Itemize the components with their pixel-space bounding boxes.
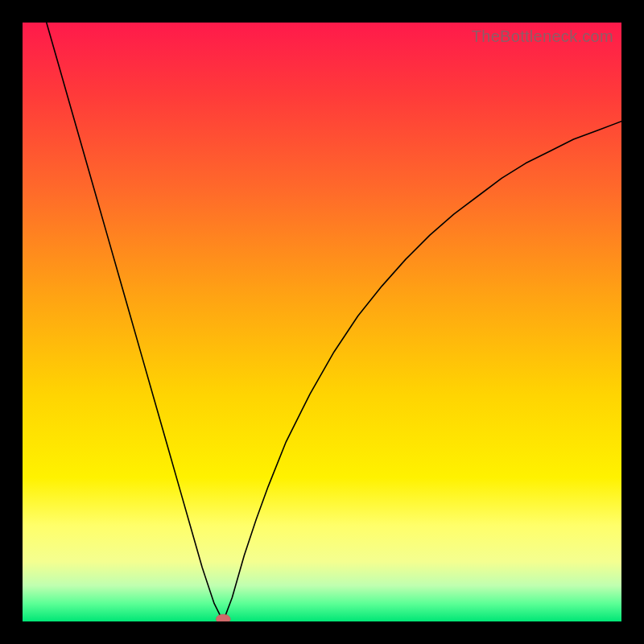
chart-svg [23,23,621,621]
chart-frame: TheBottleneck.com [0,0,644,644]
chart-plot-area: TheBottleneck.com [23,23,621,621]
minimum-marker [216,614,230,621]
curve-left-branch [47,23,223,621]
curve-right-branch [223,122,621,621]
